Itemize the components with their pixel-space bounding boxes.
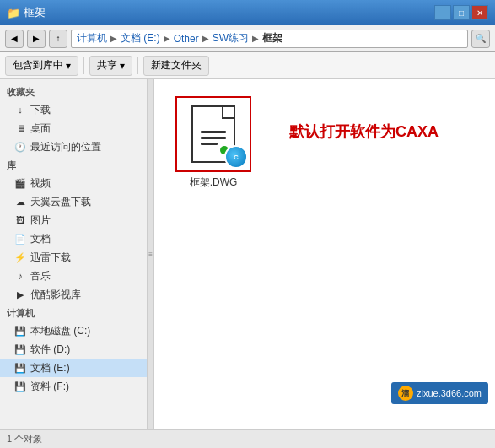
sidebar-item-drive-d[interactable]: 💾 软件 (D:) [0,340,147,359]
recent-icon: 🕐 [13,140,27,154]
xunlei-icon: ⚡ [13,251,27,264]
sidebar-item-recent[interactable]: 🕐 最近访问的位置 [0,138,147,156]
cloud-icon: ☁ [13,195,27,208]
window-controls: − □ ✕ [434,5,488,20]
path-computer[interactable]: 计算机 [77,31,107,46]
search-button[interactable]: 🔍 [471,30,490,48]
file-label: 框架.DWG [190,175,238,190]
file-icon-wrapper: C [175,96,251,172]
up-button[interactable]: ↑ [49,30,67,48]
path-other[interactable]: Other [174,33,199,45]
sidebar-item-youku[interactable]: ▶ 优酷影视库 [0,285,147,304]
toolbar-separator-2 [137,57,138,74]
forward-button[interactable]: ▶ [27,30,46,48]
close-button[interactable]: ✕ [471,5,488,20]
sidebar-item-desktop[interactable]: 🖥 桌面 [0,119,147,138]
annotation-text: 默认打开软件为CAXA [289,121,439,142]
maximize-button[interactable]: □ [453,5,470,20]
toolbar: 包含到库中 ▾ 共享 ▾ 新建文件夹 [0,52,495,79]
include-library-button[interactable]: 包含到库中 ▾ [5,56,78,76]
address-path[interactable]: 计算机 ▶ 文档 (E:) ▶ Other ▶ SW练习 ▶ 框架 [71,30,468,48]
path-sw[interactable]: SW练习 [213,31,249,46]
sidebar-section-computer: 计算机 [0,304,147,321]
title-bar: 📁 框架 − □ ✕ [0,0,495,25]
sidebar-item-music[interactable]: ♪ 音乐 [0,267,147,285]
title-bar-path: 框架 [24,5,46,20]
file-line-1 [201,131,226,133]
content-area: C 框架.DWG 默认打开软件为CAXA 溜 zixue.3d66.com [154,79,495,429]
desktop-icon: 🖥 [13,121,27,135]
sidebar-section-library: 库 [0,156,147,174]
music-icon: ♪ [13,269,27,283]
path-kuangjia[interactable]: 框架 [262,31,282,46]
sidebar-section-favorites: 收藏夹 [0,83,147,100]
sidebar-item-pictures[interactable]: 🖼 图片 [0,211,147,229]
drive-f-icon: 💾 [13,380,27,393]
sidebar-item-documents[interactable]: 📄 文档 [0,229,147,248]
minimize-button[interactable]: − [434,5,451,20]
sidebar-item-download[interactable]: ↓ 下载 [0,100,147,119]
path-docs[interactable]: 文档 (E:) [121,31,160,46]
pictures-icon: 🖼 [13,213,27,227]
sidebar-item-drive-e[interactable]: 💾 文档 (E:) [0,359,147,377]
download-icon: ↓ [13,103,27,116]
documents-icon: 📄 [13,232,27,246]
file-icon-lines [201,131,226,145]
watermark-logo: 溜 [398,386,413,401]
sidebar-item-video[interactable]: 🎬 视频 [0,174,147,192]
sidebar: 收藏夹 ↓ 下载 🖥 桌面 🕐 最近访问的位置 库 🎬 视频 ☁ 天翼云盘下载 … [0,79,148,429]
status-count: 1 个对象 [7,433,42,445]
title-bar-content: 📁 框架 [7,5,434,20]
share-button[interactable]: 共享 ▾ [89,56,132,76]
watermark-text: zixue.3d66.com [417,388,482,398]
drive-e-icon: 💾 [13,361,27,375]
video-icon: 🎬 [13,176,27,190]
status-bar: 1 个对象 [0,429,495,448]
caxa-overlay-icon: C [224,145,248,169]
sidebar-item-xunlei[interactable]: ⚡ 迅雷下载 [0,248,147,267]
drive-c-icon: 💾 [13,324,27,337]
new-folder-button[interactable]: 新建文件夹 [143,56,209,76]
back-button[interactable]: ◀ [5,30,24,48]
drive-d-icon: 💾 [13,343,27,356]
file-line-2 [201,137,226,139]
file-line-3 [201,143,218,145]
watermark: 溜 zixue.3d66.com [391,382,488,404]
sidebar-item-drive-c[interactable]: 💾 本地磁盘 (C:) [0,321,147,340]
youku-icon: ▶ [13,288,27,301]
sidebar-item-drive-f[interactable]: 💾 资料 (F:) [0,377,147,396]
scroll-divider: ≡ [148,79,154,429]
sidebar-item-cloud[interactable]: ☁ 天翼云盘下载 [0,192,147,211]
toolbar-separator [83,57,84,74]
main-area: 收藏夹 ↓ 下载 🖥 桌面 🕐 最近访问的位置 库 🎬 视频 ☁ 天翼云盘下载 … [0,79,495,429]
file-item-kuangjia[interactable]: C 框架.DWG [171,96,256,190]
address-bar: ◀ ▶ ↑ 计算机 ▶ 文档 (E:) ▶ Other ▶ SW练习 ▶ 框架 … [0,25,495,52]
